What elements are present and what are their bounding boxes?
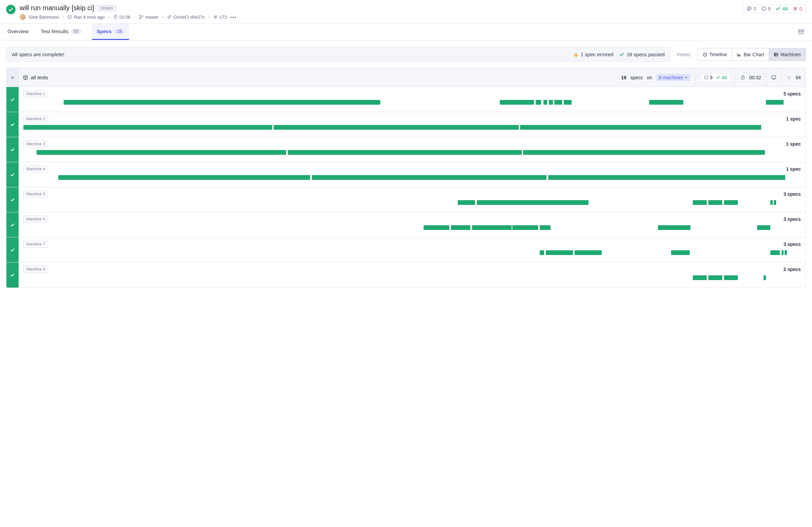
timeline-segment[interactable] (312, 175, 547, 180)
timeline-segment[interactable] (472, 225, 512, 230)
timeline-segment[interactable] (451, 225, 470, 230)
run-duration: 02:06 (113, 15, 131, 20)
timeline-segment[interactable] (536, 100, 541, 105)
run-meta: Gleb Bahmutov • Ran 4 mins ago • 02:06 •… (20, 14, 237, 20)
timeline-segment[interactable] (708, 200, 722, 205)
machine-row[interactable]: Machine 41 spec (6, 162, 806, 187)
timeline-segment[interactable] (458, 200, 475, 205)
timeline-segment[interactable] (288, 150, 522, 155)
view-barchart[interactable]: Bar Chart (732, 48, 769, 61)
timeline-segment[interactable] (724, 275, 738, 280)
machine-body: Machine 63 specs (19, 212, 806, 237)
timeline-segment[interactable] (523, 150, 765, 155)
clock-icon (68, 15, 72, 19)
timeline-segment[interactable] (693, 200, 707, 205)
svg-point-2 (140, 15, 141, 16)
timeline-segment[interactable] (785, 250, 787, 255)
timeline-segment[interactable] (724, 200, 738, 205)
timeline-segment[interactable] (512, 225, 538, 230)
run-ci[interactable]: CircleCI d5e27c (167, 15, 205, 20)
run-branch[interactable]: master (139, 15, 159, 20)
check-icon (775, 6, 781, 11)
machine-badge: Machine 7 (23, 241, 48, 247)
timeline-segment[interactable] (424, 225, 449, 230)
view-timeline[interactable]: Timeline (698, 48, 732, 61)
timeline-segment[interactable] (64, 100, 380, 105)
timeline-segment[interactable] (764, 275, 766, 280)
machine-row[interactable]: Machine 15 specs (6, 87, 806, 112)
stat-skipped: 0 (746, 6, 756, 12)
tab-specs[interactable]: Specs19 (92, 24, 129, 40)
archive-button[interactable] (796, 27, 806, 37)
timeline-segment[interactable] (500, 100, 534, 105)
all-tests-row: all tests 19 specs on 8 machines 9 48 00… (6, 68, 806, 87)
timeline-segment[interactable] (37, 150, 286, 155)
machine-timeline (23, 275, 801, 280)
timeline-segment[interactable] (782, 250, 784, 255)
timeline-segment[interactable] (774, 200, 776, 205)
machine-row[interactable]: Machine 31 spec (6, 137, 806, 162)
settings-icon (786, 75, 792, 80)
timeline-segment[interactable] (548, 175, 785, 180)
more-menu[interactable]: ••• (230, 15, 237, 20)
view-machines[interactable]: Machines (769, 48, 806, 61)
timeline-segment[interactable] (58, 175, 310, 180)
machine-row[interactable]: Machine 21 spec (6, 112, 806, 137)
timeline-segment[interactable] (540, 225, 551, 230)
timeline-segment[interactable] (543, 100, 547, 105)
machine-badge: Machine 6 (23, 216, 48, 223)
hash-icon (213, 15, 218, 19)
timeline-segment[interactable] (546, 250, 573, 255)
timeline-segment[interactable] (540, 250, 545, 255)
timeline-segment[interactable] (520, 125, 761, 130)
timeline-segment[interactable] (708, 275, 722, 280)
timeline-segment[interactable] (770, 250, 780, 255)
machine-status (6, 212, 19, 237)
run-provider-tag: circleci (98, 5, 116, 11)
run-author[interactable]: Gleb Bahmutov (20, 14, 59, 20)
timeline-segment[interactable] (658, 225, 691, 230)
machine-status (6, 137, 19, 162)
timeline-segment[interactable] (23, 125, 272, 130)
branch-icon (139, 15, 144, 19)
barchart-icon (737, 52, 742, 57)
machine-row[interactable]: Machine 53 specs (6, 187, 806, 212)
machine-row[interactable]: Machine 63 specs (6, 212, 806, 238)
timeline-segment[interactable] (770, 200, 773, 205)
tab-test-results[interactable]: Test Results57 (40, 24, 83, 40)
svg-point-17 (788, 76, 789, 78)
machine-timeline (23, 125, 801, 130)
timeline-segment[interactable] (477, 200, 589, 205)
timeline-segment[interactable] (757, 225, 770, 230)
timeline-segment[interactable] (766, 100, 784, 105)
timeline-segment[interactable] (671, 250, 690, 255)
run-build[interactable]: 173 (213, 15, 227, 20)
machines-table: all tests 19 specs on 8 machines 9 48 00… (6, 68, 806, 288)
svg-point-14 (705, 76, 708, 79)
timeline-segment[interactable] (575, 250, 602, 255)
tab-overview[interactable]: Overview (6, 24, 30, 40)
chevron-down-icon (11, 75, 15, 80)
machine-spec-count: 1 spec (786, 141, 801, 147)
machines-dropdown[interactable]: 8 machines (656, 74, 691, 81)
duration-summary: 00:32 (736, 68, 766, 87)
machine-row[interactable]: Machine 82 specs (6, 262, 806, 287)
mini-pending: 9 (704, 75, 712, 80)
check-icon (10, 172, 15, 177)
machine-body: Machine 41 spec (19, 162, 806, 187)
banner-passed: 18 specs passed (619, 52, 665, 57)
machine-row[interactable]: Machine 73 specs (6, 238, 806, 262)
monitor-icon (771, 75, 777, 80)
machine-timeline (23, 250, 801, 255)
check-icon (10, 122, 15, 127)
timeline-segment[interactable] (649, 100, 683, 105)
expand-all-button[interactable] (6, 68, 19, 87)
timeline-segment[interactable] (274, 125, 519, 130)
timeline-segment[interactable] (554, 100, 562, 105)
timeline-segment[interactable] (549, 100, 553, 105)
run-status-icon (6, 5, 16, 14)
machine-status (6, 162, 19, 187)
timeline-segment[interactable] (564, 100, 571, 105)
run-time: Ran 4 mins ago (68, 15, 105, 20)
timeline-segment[interactable] (693, 275, 707, 280)
